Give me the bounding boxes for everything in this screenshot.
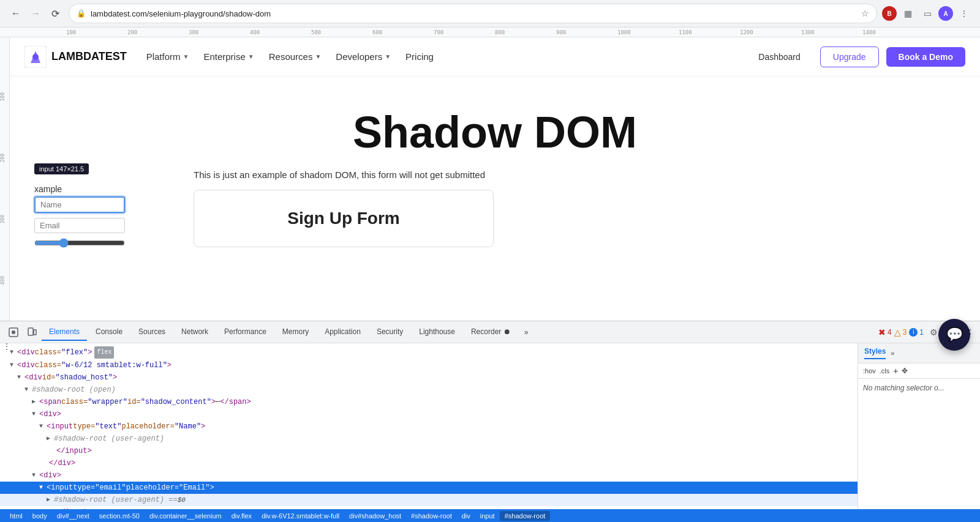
page-and-devtools: 100 200 300 400 LA (0, 37, 980, 522)
dom-toggle-2[interactable]: ▼ (10, 360, 17, 371)
browser-actions: B ▦ ▭ A ⋮ (882, 5, 973, 22)
dom-toggle-11[interactable]: ▼ (32, 470, 39, 481)
dom-toggle-3[interactable]: ▼ (17, 372, 24, 383)
tabs-overflow[interactable]: » (519, 324, 533, 340)
styles-add-button[interactable]: + (893, 366, 898, 376)
dashboard-button[interactable]: Dashboard (746, 47, 813, 67)
styles-cls[interactable]: .cls (880, 367, 890, 375)
dom-toggle-6[interactable]: ▼ (32, 409, 39, 420)
browser-toolbar: ← → ⟳ 🔒 lambdatest.com/selenium-playgrou… (0, 0, 980, 27)
dom-line-8[interactable]: ▶ #shadow-root (user-agent) (0, 433, 858, 445)
styles-extra-icon[interactable]: ✥ (902, 367, 908, 375)
nav-resources[interactable]: Resources ▼ (269, 51, 322, 62)
breadcrumb-shadowroot1[interactable]: #shadow-root (406, 511, 457, 521)
styles-tab[interactable]: Styles (864, 347, 886, 359)
forward-button[interactable]: → (27, 5, 44, 22)
nav-platform[interactable]: Platform ▼ (146, 51, 189, 62)
chat-button[interactable]: 💬 (938, 319, 970, 321)
nav-pricing[interactable]: Pricing (405, 51, 434, 62)
styles-hov[interactable]: :hov (863, 367, 876, 375)
dom-toggle-7[interactable]: ▼ (39, 421, 47, 432)
dom-line-1[interactable]: ▼ <div class= "flex" > flex (0, 346, 858, 359)
lt-nav-right: Dashboard Upgrade Book a Demo (746, 47, 965, 67)
info-count: 1 (919, 328, 924, 337)
tab-console[interactable]: Console (88, 324, 130, 341)
dom-line-13[interactable]: ▶ #shadow-root (user-agent) == $0 (0, 494, 858, 506)
dom-toggle-8[interactable]: ▶ (47, 433, 54, 444)
nav-developers[interactable]: Developers ▼ (336, 51, 391, 62)
dom-line-11[interactable]: ▼ <div> (0, 469, 858, 482)
styles-toolbar: :hov .cls + ✥ (858, 364, 980, 379)
dom-line-5[interactable]: ▶ <span class= "wrapper" id= "shadow_con… (0, 396, 858, 408)
breadcrumb-input[interactable]: input (475, 511, 500, 521)
breadcrumb-shadowroot-active[interactable]: #shadow-root (500, 511, 551, 521)
bookmark-icon[interactable]: ☆ (861, 9, 869, 18)
lock-icon: 🔒 (77, 9, 86, 18)
avatar-purple: A (938, 6, 953, 21)
device-toggle-button[interactable] (23, 324, 40, 341)
dom-toggle-12[interactable]: ▼ (39, 482, 47, 493)
dom-toggle-5[interactable]: ▶ (32, 397, 39, 408)
dom-line-2[interactable]: ▼ <div class= "w-6/12 smtablet:w-full" > (0, 359, 858, 371)
breadcrumb-html[interactable]: html (5, 511, 28, 521)
form-description: This is just an example of shadom DOM, t… (194, 170, 956, 180)
form-right: This is just an example of shadom DOM, t… (194, 170, 956, 247)
dom-line-10[interactable]: </div> (0, 457, 858, 469)
breadcrumb-section[interactable]: section.mt-50 (94, 511, 145, 521)
tab-lighthouse[interactable]: Lighthouse (412, 324, 462, 341)
breadcrumb-container[interactable]: div.container__selenium (145, 511, 227, 521)
website-area: LAMBDATEST Platform ▼ Enterprise ▼ Resou… (10, 37, 980, 321)
devtools-body: ⋮ ▼ <div class= "flex" > flex ▼ <div (0, 343, 980, 509)
tab-application[interactable]: Application (317, 324, 368, 341)
lt-logo-icon (24, 46, 47, 68)
reload-button[interactable]: ⟳ (47, 5, 64, 22)
name-input[interactable] (34, 196, 125, 213)
info-badge: i 1 (909, 325, 924, 340)
upgrade-button[interactable]: Upgrade (820, 47, 879, 67)
extensions-button[interactable]: ▦ (899, 5, 916, 22)
tab-recorder[interactable]: Recorder ⏺ (464, 324, 518, 341)
dom-line-6[interactable]: ▼ <div> (0, 408, 858, 420)
email-input[interactable] (34, 218, 125, 233)
range-input[interactable] (34, 238, 125, 248)
tab-sources[interactable]: Sources (131, 324, 173, 341)
menu-button[interactable]: ⋮ (956, 5, 973, 22)
page-body: Shadow DOM input 147×21.5 xample (10, 76, 980, 263)
dom-toggle-13[interactable]: ▶ (47, 494, 54, 505)
dom-line-4[interactable]: ▼ #shadow-root (open) (0, 384, 858, 396)
styles-arrow[interactable]: » (891, 349, 894, 357)
breadcrumb-divw[interactable]: div.w-6V12.smtablet:w-full (257, 511, 344, 521)
horizontal-ruler: // tick marks rendered inline 100 200 30… (0, 28, 980, 37)
cast-button[interactable]: ▭ (919, 5, 936, 22)
dom-toggle-4[interactable]: ▼ (24, 384, 32, 395)
back-button[interactable]: ← (7, 5, 24, 22)
nav-buttons: ← → ⟳ (7, 5, 64, 22)
tab-memory[interactable]: Memory (275, 324, 316, 341)
tab-network[interactable]: Network (174, 324, 216, 341)
address-bar[interactable]: 🔒 lambdatest.com/selenium-playground/sha… (69, 4, 877, 23)
dom-line-9[interactable]: </input> (0, 445, 858, 457)
dom-line-7[interactable]: ▼ <input type= "text" placeholder= "Name… (0, 420, 858, 433)
nav-enterprise[interactable]: Enterprise ▼ (203, 51, 254, 62)
styles-panel: Styles » :hov .cls + ✥ No matching selec… (858, 343, 980, 509)
tab-performance[interactable]: Performance (217, 324, 274, 341)
breadcrumb-divflex[interactable]: div.flex (227, 511, 257, 521)
breadcrumb-shadowhost[interactable]: div#shadow_host (344, 511, 406, 521)
dom-line-3[interactable]: ▼ <div id= "shadow_host" > (0, 371, 858, 384)
form-left: input 147×21.5 xample (34, 170, 169, 250)
tab-elements[interactable]: Elements (42, 324, 87, 341)
browser-chrome: ← → ⟳ 🔒 lambdatest.com/selenium-playgrou… (0, 0, 980, 28)
form-label: xample (34, 184, 169, 194)
book-demo-button[interactable]: Book a Demo (886, 47, 965, 67)
avatar-red: B (882, 6, 897, 21)
lt-logo-text: LAMBDATEST (51, 50, 127, 63)
address-url: lambdatest.com/selenium-playground/shado… (91, 9, 856, 18)
breadcrumb-divnext[interactable]: div#__next (52, 511, 94, 521)
tab-security[interactable]: Security (369, 324, 410, 341)
inspect-button[interactable] (5, 324, 22, 341)
dom-line-12[interactable]: ▼ <input type= "email" placeholder= "Ema… (0, 482, 858, 494)
breadcrumb-body[interactable]: body (28, 511, 52, 521)
breadcrumb-div[interactable]: div (457, 511, 475, 521)
svg-point-1 (32, 54, 39, 60)
sign-up-title: Sign Up Form (213, 209, 475, 228)
